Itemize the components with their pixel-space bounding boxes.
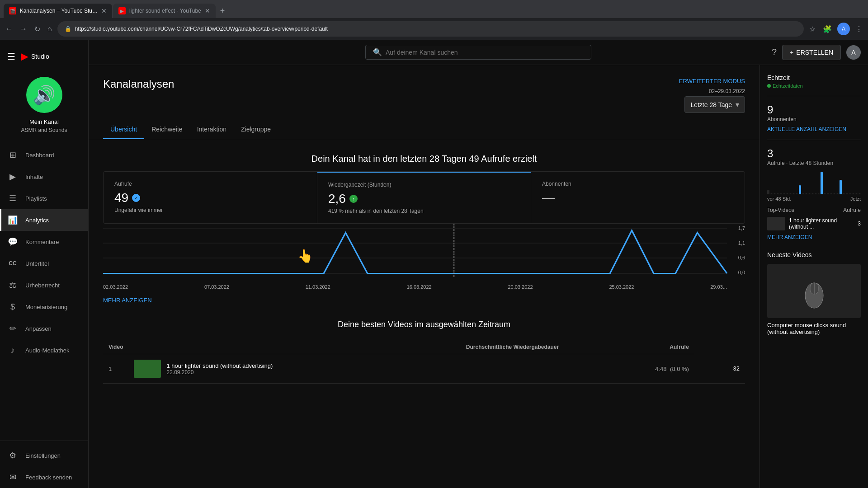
newest-video-thumb[interactable] [767, 264, 861, 318]
bar [805, 193, 807, 195]
create-button[interactable]: + ERSTELLEN [782, 45, 841, 60]
views-cell: 32 [694, 354, 745, 384]
back-button[interactable]: ← [4, 23, 14, 35]
stat-label-wiedergabe: Wiedergabezeit (Stunden) [328, 182, 520, 188]
top-video-item[interactable]: 1 hour lighter sound (without ... 3 [767, 217, 861, 230]
videos-section: Deine besten Videos im ausgewählten Zeit… [89, 309, 760, 394]
bar [859, 193, 861, 195]
sidebar-item-kommentare[interactable]: 💬 Kommentare [0, 231, 88, 253]
tab-close-active[interactable]: ✕ [101, 7, 107, 14]
search-icon: 🔍 [373, 48, 382, 56]
home-button[interactable]: ⌂ [46, 23, 54, 35]
page-header: Kanalanalysen ERWEITERTER MODUS 02–29.03… [89, 65, 760, 113]
tab-active[interactable]: 🎬 Kanalanalysen – YouTube Studio ✕ [4, 4, 112, 18]
hamburger-menu[interactable]: ☰ [7, 51, 15, 62]
sidebar-item-dashboard[interactable]: ⊞ Dashboard [0, 144, 88, 166]
address-bar[interactable]: 🔒 [57, 21, 804, 37]
tab-reichweite[interactable]: Reichweite [144, 120, 189, 139]
tab-ubersicht[interactable]: Übersicht [103, 120, 144, 139]
address-bar-row: ← → ↻ ⌂ 🔒 ☆ 🧩 A ⋮ [0, 18, 868, 40]
echtzeit-mehr-link[interactable]: MEHR ANZEIGEN [767, 234, 861, 240]
bar [824, 193, 826, 195]
top-videos-header: Top-Videos Aufrufe [767, 207, 861, 213]
app-header: 🔍 ? + ERSTELLEN A [89, 40, 868, 65]
tab-interaktion[interactable]: Interaktion [190, 120, 234, 139]
stat-label-aufrufe: Aufrufe [114, 181, 306, 187]
extensions-button[interactable]: 🧩 [821, 23, 834, 35]
bar [799, 185, 801, 194]
new-tab-button[interactable]: + [217, 6, 229, 16]
sidebar-item-inhalte[interactable]: ▶ Inhalte [0, 166, 88, 188]
table-row[interactable]: 1 1 hour lighter sound (without advertis… [103, 354, 745, 384]
stat-value-wiedergabe: 2,6 ↑ [328, 192, 520, 206]
stat-value-aufrufe: 49 ✓ [114, 191, 306, 205]
divider-2 [767, 140, 861, 140]
bar [852, 193, 854, 195]
search-bar[interactable]: 🔍 [365, 45, 591, 60]
bar [849, 193, 851, 195]
sidebar-item-anpassen[interactable]: ✏ Anpassen [0, 318, 88, 339]
sidebar-item-label: Dashboard [25, 152, 54, 159]
bar [840, 180, 842, 195]
stats-headline: Dein Kanal hat in den letzten 28 Tagen 4… [89, 139, 760, 164]
sidebar-item-label: Einstellungen [25, 452, 61, 459]
sidebar-header: ☰ ▶ Studio [0, 43, 88, 73]
chart-more-link[interactable]: MEHR ANZEIGEN [89, 291, 166, 309]
newest-videos-section: Neueste Videos Computer mouse clicks sou… [767, 251, 861, 335]
col-duration: Durchschnittliche Wiedergabedauer [128, 340, 564, 354]
sidebar-item-urheberrecht[interactable]: ⚖ Urheberrecht [0, 274, 88, 296]
subscriber-link[interactable]: AKTUELLE ANZAHL ANZEIGEN [767, 126, 861, 132]
forward-button[interactable]: → [18, 23, 29, 35]
url-input[interactable] [75, 26, 797, 32]
right-panel: Echtzeit Echtzeitdaten 9 Abonnenten AKTU… [760, 65, 868, 488]
views-label: Aufrufe · Letzte 48 Stunden [767, 160, 861, 166]
sidebar-item-untertitel[interactable]: CC Untertitel [0, 253, 88, 274]
top-videos-label: Top-Videos [767, 207, 794, 213]
sidebar-item-monetarisierung[interactable]: $ Monetarisierung [0, 296, 88, 318]
newest-title: Neueste Videos [767, 251, 861, 258]
sidebar-bottom: ⚙ Einstellungen ✉ Feedback senden [0, 441, 88, 488]
bar [846, 193, 848, 195]
stat-card-aufrufe[interactable]: Aufrufe 49 ✓ Ungefähr wie immer [104, 172, 317, 223]
bar [802, 193, 804, 195]
help-button[interactable]: ? [772, 47, 777, 57]
video-thumbnail [134, 360, 161, 378]
chart-svg [103, 224, 727, 282]
monetarisierung-icon: $ [7, 302, 18, 312]
date-picker[interactable]: Letzte 28 Tage ▾ [684, 96, 745, 113]
bookmark-star-icon[interactable]: ☆ [807, 23, 817, 35]
sidebar-item-analytics[interactable]: 📊 Analytics [0, 209, 88, 231]
profile-button[interactable]: A [837, 23, 850, 35]
tab-favicon-2: ▶ [118, 7, 126, 14]
advanced-mode-link[interactable]: ERWEITERTER MODUS [679, 78, 745, 84]
sidebar-item-audio[interactable]: ♪ Audio-Mediathek [0, 339, 88, 361]
sidebar-item-playlists[interactable]: ☰ Playlists [0, 188, 88, 209]
studio-label: Studio [31, 53, 49, 60]
bar [789, 193, 792, 195]
videos-section-title: Deine besten Videos im ausgewählten Zeit… [103, 320, 745, 329]
reload-button[interactable]: ↻ [33, 23, 42, 35]
tab-bar: 🎬 Kanalanalysen – YouTube Studio ✕ ▶ lig… [0, 0, 868, 18]
menu-button[interactable]: ⋮ [854, 23, 864, 35]
tab-close-inactive[interactable]: ✕ [205, 7, 210, 14]
stat-card-wiedergabe[interactable]: Wiedergabezeit (Stunden) 2,6 ↑ 419 % meh… [317, 172, 531, 223]
chart-y-labels: 1,7 1,1 0,6 0,0 [727, 224, 745, 282]
search-input[interactable] [386, 49, 584, 56]
avatar[interactable]: 🔊 [26, 77, 62, 113]
video-title: 1 hour lighter sound (without advertisin… [166, 362, 273, 369]
tab-inactive[interactable]: ▶ lighter sound effect - YouTube ✕ [113, 4, 216, 18]
stat-card-abonnenten[interactable]: Abonnenten — [531, 172, 745, 223]
sidebar-item-einstellungen[interactable]: ⚙ Einstellungen [0, 445, 88, 466]
channel-name: Mein Kanal [29, 118, 59, 125]
realtime-time-labels: vor 48 Std. Jetzt [767, 196, 861, 202]
sidebar-item-feedback[interactable]: ✉ Feedback senden [0, 466, 88, 488]
video-info-cell: 1 hour lighter sound (without advertisin… [128, 354, 564, 384]
sidebar-item-label: Analytics [25, 217, 49, 224]
stat-value-abonnenten: — [542, 191, 734, 205]
tab-zielgruppe[interactable]: Zielgruppe [234, 120, 278, 139]
youtube-logo-icon: ▶ [21, 51, 28, 62]
yt-studio-logo: ▶ Studio [21, 51, 49, 62]
audio-icon: ♪ [7, 346, 18, 355]
channel-info: 🔊 Mein Kanal ASMR and Sounds [0, 73, 88, 144]
user-avatar[interactable]: A [846, 45, 861, 60]
